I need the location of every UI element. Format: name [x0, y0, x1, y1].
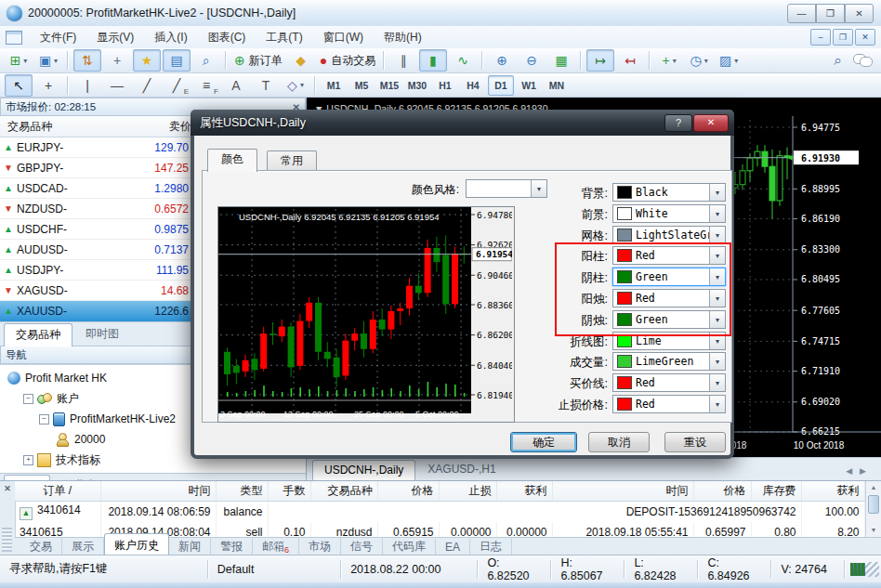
menu-item-7[interactable]: 帮助(H) [374, 27, 432, 48]
scroll-down-icon[interactable]: ▼ [866, 524, 881, 537]
mdi-restore-button[interactable]: ❐ [833, 29, 853, 46]
dialog-titlebar[interactable]: 属性USDCNH-,Daily ? ✕ [191, 110, 734, 136]
tab-common[interactable]: 常用 [267, 150, 317, 171]
line-chart-mode-button[interactable]: ∿ [449, 49, 477, 72]
new-order-button[interactable]: ⊕新订单 [231, 49, 285, 72]
mdi-close-button[interactable]: ✕ [855, 29, 875, 46]
tab-警报[interactable]: 警报 [211, 537, 253, 556]
mdi-minimize-button[interactable]: – [810, 29, 831, 46]
terminal-close-icon[interactable]: ✕ [0, 481, 15, 493]
auto-scroll-button[interactable]: ↤ [616, 49, 644, 72]
chevron-down-icon[interactable]: ▾ [709, 227, 725, 243]
fibonacci-button[interactable]: ≡F [192, 74, 220, 97]
tile-windows-button[interactable]: ▦ [547, 49, 575, 72]
vertical-line-button[interactable]: | [73, 74, 101, 97]
scrollbar-thumb[interactable] [868, 495, 879, 514]
history-table[interactable]: 订单 /时间类型手数交易品种价格止损获利时间价格库存费获利▲3410614201… [15, 481, 865, 537]
tab-EA[interactable]: EA [436, 539, 470, 555]
tab-代码库[interactable]: 代码库 [383, 537, 436, 556]
color-select-2[interactable]: LightSlateGr▾ [612, 226, 726, 244]
menu-item-3[interactable]: 插入(I) [144, 27, 197, 48]
timeframe-M1[interactable]: M1 [321, 75, 347, 96]
indicators-button[interactable]: +▾ [655, 49, 683, 72]
terminal-grip[interactable] [2, 528, 12, 552]
timeframe-MN[interactable]: MN [544, 75, 570, 96]
tab-XAGUSD-,H1[interactable]: XAGUSD-,H1 [415, 459, 507, 480]
color-select-10[interactable]: Red▾ [612, 395, 726, 413]
column-header[interactable]: 库存费 [751, 481, 801, 502]
tab-市场[interactable]: 市场 [299, 537, 341, 556]
menu-item-5[interactable]: 工具(T) [256, 27, 312, 48]
table-row[interactable]: ▲34106142018.09.14 08:06:59balanceDEPOSI… [15, 502, 864, 523]
tab-日志[interactable]: 日志 [470, 537, 512, 556]
color-select-7[interactable]: Lime▾ [612, 332, 726, 350]
chevron-down-icon[interactable]: ▾ [709, 333, 725, 349]
autotrade-button[interactable]: ●自动交易 [317, 49, 378, 72]
scroll-up-icon[interactable]: ▲ [866, 481, 881, 494]
new-chart-button[interactable]: ⊞▾ [5, 49, 33, 72]
bid-column-header[interactable]: 卖价 [147, 119, 191, 135]
cursor-button[interactable]: ↖ [5, 74, 33, 97]
chevron-down-icon[interactable]: ▾ [709, 184, 725, 201]
tab-展示[interactable]: 展示 [62, 537, 104, 556]
timeframe-H4[interactable]: H4 [460, 75, 486, 96]
restore-button[interactable]: ❐ [816, 4, 845, 23]
crosshair-button[interactable]: + [34, 74, 62, 97]
tab-交易[interactable]: 交易 [20, 537, 62, 556]
titlebar[interactable]: 20000005: ProfitMarketHK-Live2 - [USDCNH… [0, 0, 881, 27]
periods-button[interactable]: ◷▾ [685, 49, 713, 72]
tab-即时图[interactable]: 即时图 [73, 322, 131, 346]
color-select-3[interactable]: Red▾ [612, 246, 726, 265]
candle-chart-mode-button[interactable]: ▮ [419, 49, 447, 72]
child-window-icon[interactable] [6, 31, 22, 45]
column-header[interactable]: 交易品种 [310, 481, 377, 502]
chevron-down-icon[interactable]: ▾ [709, 396, 725, 412]
column-header[interactable]: 价格 [693, 481, 751, 502]
tab-colors[interactable]: 颜色 [207, 149, 257, 172]
color-select-0[interactable]: Black▾ [612, 183, 726, 202]
chevron-down-icon[interactable]: ▾ [709, 205, 725, 222]
close-button[interactable]: ✕ [845, 4, 874, 23]
timeframe-M30[interactable]: M30 [404, 75, 430, 96]
timeframe-H1[interactable]: H1 [432, 75, 458, 96]
timeframe-M15[interactable]: M15 [376, 75, 402, 96]
tab-邮箱[interactable]: 邮箱6 [253, 537, 299, 556]
color-select-5[interactable]: Red▾ [612, 289, 726, 307]
text-button[interactable]: A [222, 74, 250, 97]
collapse-icon[interactable]: − [23, 394, 33, 404]
timeframe-M5[interactable]: M5 [348, 75, 375, 96]
color-select-8[interactable]: LimeGreen▾ [612, 352, 726, 371]
trendline-button[interactable]: ╱ [133, 74, 161, 97]
cancel-button[interactable]: 取消 [588, 432, 650, 452]
search-icon[interactable]: ⌕ [835, 52, 842, 69]
dialog-close-button[interactable]: ✕ [693, 114, 729, 132]
timeframe-D1[interactable]: D1 [488, 75, 514, 96]
bar-chart-mode-button[interactable]: ∥ [389, 49, 417, 72]
column-header[interactable]: 订单 / [15, 481, 100, 502]
arrows-tool-button[interactable]: ◇▾ [282, 74, 309, 97]
account-history-table[interactable]: 订单 /时间类型手数交易品种价格止损获利时间价格库存费获利▲3410614201… [15, 481, 866, 537]
tab-新闻[interactable]: 新闻 [169, 537, 211, 556]
menu-item-4[interactable]: 图表(C) [198, 27, 256, 48]
chevron-down-icon[interactable]: ▾ [709, 311, 725, 328]
menu-item-6[interactable]: 窗口(W) [313, 27, 374, 48]
reset-button[interactable]: 重设 [664, 432, 726, 452]
column-header[interactable]: 获利 [801, 481, 864, 502]
data-window-button[interactable]: + [103, 49, 131, 72]
ok-button[interactable]: 确定 [510, 432, 577, 452]
terminal-toggle-button[interactable]: ▤ [163, 49, 191, 72]
color-select-9[interactable]: Red▾ [612, 373, 726, 392]
dialog-help-button[interactable]: ? [664, 114, 692, 132]
tab-账户历史[interactable]: 账户历史 [104, 533, 169, 556]
horizontal-line-button[interactable]: — [103, 74, 131, 97]
timeframe-W1[interactable]: W1 [516, 75, 542, 96]
resize-grip[interactable] [865, 562, 879, 577]
column-header[interactable]: 获利 [496, 481, 552, 502]
collapse-icon[interactable]: − [39, 414, 49, 425]
metaeditor-button[interactable]: ◆ [287, 49, 315, 72]
tab-scroll-arrows[interactable]: ◀▶ [846, 466, 874, 476]
tab-信号[interactable]: 信号 [341, 537, 383, 556]
terminal-scrollbar[interactable]: ▲ ▼ [865, 481, 881, 537]
chevron-down-icon[interactable]: ▾ [709, 290, 725, 307]
column-header[interactable]: 价格 [377, 481, 439, 502]
